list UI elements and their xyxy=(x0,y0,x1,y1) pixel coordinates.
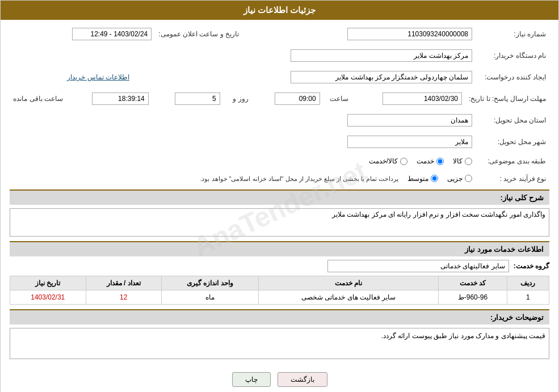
requester-label: نام دستگاه خریدار: xyxy=(476,47,549,64)
print-button[interactable]: چاپ xyxy=(232,372,271,387)
info-table-requester: نام دستگاه خریدار: مرکز بهداشت ملایر xyxy=(10,47,549,64)
info-table-city: شهر محل تحویل: ملایر xyxy=(10,133,549,150)
need-number-label: شماره نیاز: xyxy=(476,26,549,43)
deadline-date-input[interactable]: 1403/02/30 xyxy=(383,92,462,105)
purchase-type-label: نوع فرآیند خرید : xyxy=(476,172,549,185)
deadline-days-label: روز و xyxy=(224,90,252,107)
category-option-kala-khedmat[interactable]: کالا/خدمت xyxy=(369,157,407,165)
purchase-radio-jozi[interactable] xyxy=(465,175,472,182)
announce-label: تاریخ و ساعت اعلان عمومی: xyxy=(155,26,242,43)
city-value: ملایر xyxy=(10,133,476,150)
buyer-description-wrapper xyxy=(10,328,549,361)
need-description-section-title: شرح کلی نیاز: xyxy=(10,189,549,205)
purchase-type-value: جزیی متوسط پرداخت تمام یا بخشی از مبلغ خ… xyxy=(10,172,476,185)
deadline-remaining-input[interactable]: 18:39:14 xyxy=(92,92,149,105)
creator-label: ایجاد کننده درخواست: xyxy=(476,69,549,86)
category-kala-khedmat-label: کالا/خدمت xyxy=(369,157,398,165)
purchase-jozi-label: جزیی xyxy=(447,175,463,183)
buyer-description-section-title: توضیحات خریدار: xyxy=(10,309,549,324)
category-label: طبقه بندی موضوعی: xyxy=(476,155,549,167)
col-date: تاریخ نیاز xyxy=(10,276,86,290)
category-radio-khedmat[interactable] xyxy=(436,158,444,165)
need-number-value: 1103093240000008 xyxy=(254,26,476,43)
deadline-label: مهلت ارسال پاسخ: تا تاریخ: xyxy=(465,90,549,107)
col-row: ردیف xyxy=(507,276,549,290)
announce-input[interactable]: 1403/02/24 - 12:49 xyxy=(72,28,152,40)
requester-input[interactable]: مرکز بهداشت ملایر xyxy=(291,49,472,62)
category-option-kala[interactable]: کالا xyxy=(453,157,472,165)
page-header: جزئیات اطلاعات نیاز xyxy=(1,1,558,20)
category-kala-label: کالا xyxy=(453,157,463,165)
province-value: همدان xyxy=(10,112,476,129)
services-section-title: اطلاعات خدمات مورد نیاز xyxy=(10,241,549,256)
col-name: نام خدمت xyxy=(258,276,439,290)
province-input[interactable]: همدان xyxy=(347,114,472,127)
info-table-province: استان محل تحویل: همدان xyxy=(10,112,549,129)
table-cell-date: 1403/02/31 xyxy=(10,290,86,305)
deadline-remaining-label: ساعت باقی مانده xyxy=(10,90,66,107)
category-khedmat-label: خدمت xyxy=(417,157,434,165)
back-button[interactable]: بازگشت xyxy=(278,372,327,387)
main-content: AnaTender.net شماره نیاز: 11030932400000… xyxy=(1,20,558,392)
city-label: شهر محل تحویل: xyxy=(476,133,549,150)
table-cell-unit: ماه xyxy=(161,290,258,305)
category-value: کالا خدمت کالا/خدمت xyxy=(10,155,476,167)
province-label: استان محل تحویل: xyxy=(476,112,549,129)
table-cell-row: 1 xyxy=(507,290,549,305)
requester-value: مرکز بهداشت ملایر xyxy=(10,47,476,64)
need-description-wrapper: واگذاری امور نگهداشت سخت افزار و نرم افز… xyxy=(10,208,549,237)
city-input[interactable]: ملایر xyxy=(347,136,472,148)
info-table-top: شماره نیاز: 1103093240000008 تاریخ و ساع… xyxy=(10,26,549,43)
need-number-input[interactable]: 1103093240000008 xyxy=(347,28,472,40)
table-row: 1960-96-طسایر فعالیت های خدماتی شخصیماه1… xyxy=(10,290,549,305)
creator-value: سلمان چهاردولی خدمتگزار مرکز بهداشت ملای… xyxy=(140,69,476,86)
need-description-input[interactable]: واگذاری امور نگهداشت سخت افزار و نرم افز… xyxy=(10,208,549,237)
deadline-date: 1403/02/30 xyxy=(359,90,465,107)
category-option-khedmat[interactable]: خدمت xyxy=(417,157,444,165)
category-radio-kala[interactable] xyxy=(465,158,472,165)
creator-input[interactable]: سلمان چهاردولی خدمتگزار مرکز بهداشت ملای… xyxy=(291,71,472,83)
services-group-input[interactable]: سایر فعالیتهای خدماتی xyxy=(327,260,509,272)
info-table-creator: ایجاد کننده درخواست: سلمان چهاردولی خدمت… xyxy=(10,69,549,86)
services-table-header-row: ردیف کد خدمت نام خدمت واحد اندازه گیری ت… xyxy=(10,276,549,290)
deadline-days-input[interactable]: 5 xyxy=(175,92,220,105)
services-group-row: گروه خدمت: سایر فعالیتهای خدماتی xyxy=(10,260,549,272)
announce-value: 1403/02/24 - 12:49 xyxy=(10,26,155,43)
page-title: جزئیات اطلاعات نیاز xyxy=(243,5,316,15)
table-cell-name: سایر فعالیت های خدماتی شخصی xyxy=(258,290,439,305)
col-unit: واحد اندازه گیری xyxy=(161,276,258,290)
info-table-deadline: مهلت ارسال پاسخ: تا تاریخ: 1403/02/30 سا… xyxy=(10,90,549,107)
category-radio-kala-khedmat[interactable] xyxy=(400,158,407,165)
purchase-motavasset-label: متوسط xyxy=(407,175,428,183)
category-radio-group: کالا خدمت کالا/خدمت xyxy=(13,157,472,165)
table-cell-quantity: 12 xyxy=(86,290,161,305)
services-group-label: گروه خدمت: xyxy=(514,262,549,270)
table-cell-code: 960-96-ط xyxy=(439,290,507,305)
purchase-option-jozi[interactable]: جزیی xyxy=(447,175,472,183)
buttons-row: بازگشت چاپ xyxy=(10,365,549,391)
deadline-time-input[interactable]: 09:00 xyxy=(275,92,320,105)
services-table: ردیف کد خدمت نام خدمت واحد اندازه گیری ت… xyxy=(10,276,549,305)
col-quantity: تعداد / مقدار xyxy=(86,276,161,290)
info-table-category: طبقه بندی موضوعی: کالا خدمت xyxy=(10,155,549,167)
info-table-purchase: نوع فرآیند خرید : جزیی متوسط پرداخت تمام… xyxy=(10,172,549,185)
buyer-description-input[interactable] xyxy=(10,328,549,359)
col-code: کد خدمت xyxy=(439,276,507,290)
need-description-label: شرح کلی نیاز: xyxy=(500,193,544,202)
page-wrapper: جزئیات اطلاعات نیاز AnaTender.net شماره … xyxy=(0,0,559,392)
purchase-radio-motavasset[interactable] xyxy=(431,175,438,182)
purchase-note: پرداخت تمام یا بخشی از مبلغ خریدار از مح… xyxy=(200,175,398,183)
creator-link[interactable]: اطلاعات تماس خریدار xyxy=(67,73,129,81)
deadline-time-label: ساعت xyxy=(323,90,352,107)
purchase-option-motavasset[interactable]: متوسط xyxy=(407,175,438,183)
